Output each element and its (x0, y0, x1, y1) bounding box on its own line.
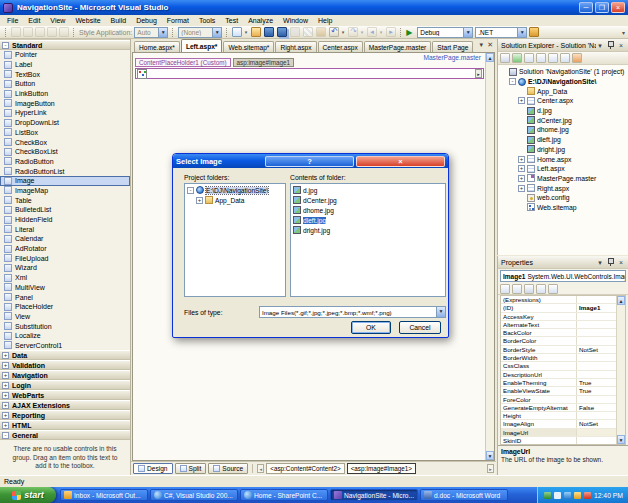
expand-icon[interactable] (2, 392, 9, 399)
expand-icon[interactable] (2, 402, 9, 409)
toolbox-item[interactable]: TextBox (0, 69, 130, 79)
image-control-chip[interactable]: asp:image#Image1 (233, 58, 295, 67)
document-tab[interactable]: MasterPage.master (364, 41, 432, 52)
standard-tool-icon[interactable] (386, 27, 396, 37)
property-row[interactable]: BorderColor (501, 337, 616, 345)
window-menu-icon[interactable]: ▾ (596, 258, 604, 267)
property-row[interactable]: BackColor (501, 329, 616, 337)
scroll-down-icon[interactable]: ▼ (617, 435, 625, 444)
collapse-icon[interactable] (2, 42, 9, 49)
properties-tool-icon[interactable] (500, 284, 510, 294)
find-tool-icon[interactable] (529, 27, 539, 37)
standard-tool-icon[interactable] (367, 27, 377, 37)
formatting-tool-icon[interactable] (35, 27, 45, 37)
expand-icon[interactable] (2, 352, 9, 359)
toolbox-item[interactable]: RadioButtonList (0, 166, 130, 176)
view-mode-button[interactable]: Design (133, 463, 173, 474)
menu-item[interactable]: Test (220, 16, 243, 25)
property-row[interactable]: SkinID (501, 437, 616, 444)
dialog-titlebar[interactable]: Select Image ? × (173, 154, 448, 168)
tag-navigator-chip[interactable]: <asp:Image#Image1> (347, 463, 416, 474)
file-list-item[interactable]: dCenter.jpg (291, 195, 445, 205)
toolbox-item[interactable]: ListBox (0, 128, 130, 138)
toolbar-grip[interactable] (226, 28, 228, 37)
taskbar-task-button[interactable]: Inbox - Microsoft Out... (60, 489, 148, 501)
tree-expander-icon[interactable] (518, 88, 525, 95)
toolbox-item[interactable]: Localize (0, 331, 130, 341)
taskbar-task-button[interactable]: Home - SharePoint C... (240, 489, 328, 501)
standard-tool-icon[interactable] (329, 27, 339, 37)
property-row[interactable]: AccessKey (501, 313, 616, 321)
toolbar-grip[interactable] (5, 28, 7, 37)
solution-explorer-tool-icon[interactable] (524, 53, 534, 63)
menu-item[interactable]: Build (106, 16, 132, 25)
tree-expander-icon[interactable] (518, 165, 525, 172)
solution-tree-item[interactable]: Left.aspx (498, 164, 628, 174)
toolbox-item[interactable]: FileUpload (0, 253, 130, 263)
image-control-outline[interactable]: ▸ (135, 68, 484, 79)
tree-expander-icon[interactable] (518, 156, 525, 163)
toolbox-item[interactable]: RadioButton (0, 157, 130, 167)
toolbox-item[interactable]: View (0, 312, 130, 322)
help-icon[interactable]: ? (265, 156, 354, 167)
tag-nav-right-icon[interactable]: ▸ (487, 464, 494, 473)
tree-expander-icon[interactable] (518, 97, 525, 104)
files-of-type-combo[interactable]: Image Files(*.gif;*.jpg;*.jpeg;*.bmp;*.w… (259, 306, 446, 318)
property-row[interactable]: EnableViewState True (501, 387, 616, 395)
menu-item[interactable]: Edit (23, 16, 45, 25)
toolbar-overflow-icon[interactable]: ▾ (622, 29, 625, 36)
toolbox-category[interactable]: Navigation (0, 370, 130, 380)
solution-explorer-tool-icon[interactable] (560, 53, 570, 63)
toolbox-category-standard[interactable]: Standard (0, 40, 130, 50)
toolbox-item[interactable]: Pointer (0, 50, 130, 60)
standard-tool-icon[interactable] (277, 27, 287, 37)
solution-platforms-combo[interactable]: .NET▼ (475, 27, 527, 38)
solution-configurations-combo[interactable]: Debug▼ (417, 27, 473, 38)
toolbox-item[interactable]: Substitution (0, 321, 130, 331)
solution-explorer-titlebar[interactable]: Solution Explorer - Solution 'Navigation… (498, 39, 628, 52)
solution-tree-item[interactable]: web.config (498, 193, 628, 203)
formatting-tool-icon[interactable] (23, 27, 33, 37)
close-button[interactable]: × (611, 2, 625, 13)
ok-button[interactable]: OK (351, 321, 391, 334)
tree-expander-icon[interactable] (187, 187, 194, 194)
tree-expander-icon[interactable] (518, 204, 525, 211)
menu-item[interactable]: File (2, 16, 23, 25)
toolbox-item[interactable]: Label (0, 60, 130, 70)
toolbox-item[interactable]: BulletedList (0, 205, 130, 215)
standard-tool-icon[interactable] (290, 27, 300, 37)
toolbox-item[interactable]: HiddenField (0, 215, 130, 225)
document-tab[interactable]: Home.aspx* (134, 41, 180, 52)
tree-expander-icon[interactable] (196, 197, 203, 204)
standard-tool-icon[interactable] (303, 27, 313, 37)
solution-explorer-tool-icon[interactable] (512, 53, 522, 63)
taskbar-task-button[interactable]: NavigationSite - Micro... (330, 489, 418, 501)
menu-item[interactable]: Analyze (243, 16, 278, 25)
tree-expander-icon[interactable] (518, 117, 525, 124)
file-list-item[interactable]: dleft.jpg (291, 215, 445, 225)
solution-explorer-tool-icon[interactable] (536, 53, 546, 63)
formatting-tool-icon[interactable] (11, 27, 21, 37)
toolbox-item[interactable]: Wizard (0, 263, 130, 273)
scroll-up-icon[interactable]: ▲ (486, 53, 494, 62)
tree-expander-icon[interactable] (518, 194, 525, 201)
scroll-down-icon[interactable]: ▼ (486, 451, 494, 460)
tree-expander-icon[interactable] (518, 185, 525, 192)
cancel-button[interactable]: Cancel (399, 321, 441, 334)
taskbar-task-button[interactable]: C#, Visual Studio 200... (150, 489, 238, 501)
file-list-item[interactable]: d.jpg (291, 185, 445, 195)
solution-explorer-tool-icon[interactable] (548, 53, 558, 63)
menu-item[interactable]: Website (70, 16, 105, 25)
toolbox-item[interactable]: Literal (0, 224, 130, 234)
tree-expander-icon[interactable] (500, 68, 507, 75)
property-row[interactable]: ImageUrl (501, 429, 616, 437)
solution-tree-item[interactable]: E:\DJ\NavigationSite\ (498, 77, 628, 87)
toolbar-grip[interactable] (172, 28, 174, 37)
tray-icon[interactable] (574, 492, 581, 499)
close-document-icon[interactable]: ✕ (487, 41, 493, 49)
solution-tree-item[interactable]: Web.sitemap (498, 203, 628, 213)
property-row[interactable]: DescriptionUrl (501, 371, 616, 379)
toolbox-item[interactable]: DropDownList (0, 118, 130, 128)
tree-expander-icon[interactable] (518, 146, 525, 153)
solution-explorer-tool-icon[interactable] (572, 53, 582, 63)
